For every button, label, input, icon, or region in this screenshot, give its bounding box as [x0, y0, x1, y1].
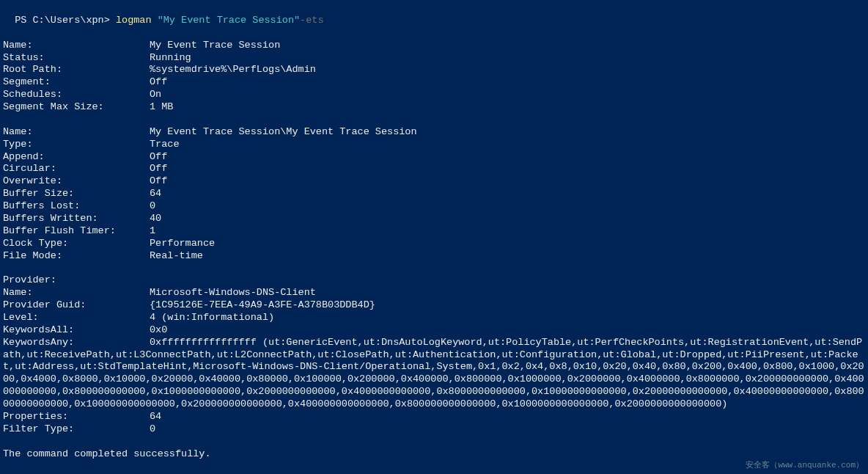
field-label: Name:: [3, 287, 150, 299]
blank-line: [3, 27, 865, 40]
field-label: Level:: [3, 312, 150, 324]
field-value: Microsoft-Windows-DNS-Client: [150, 287, 316, 299]
field-value: 40: [150, 213, 161, 225]
cmd-arg-quoted: "My Event Trace Session": [158, 15, 300, 26]
field-value: 0: [150, 423, 155, 436]
provider-header: Provider:: [3, 274, 865, 287]
field-value: 64: [150, 411, 161, 423]
trace-row: Type:Trace: [3, 139, 865, 151]
cmd-name: logman: [116, 15, 158, 26]
blank-line: [3, 262, 865, 274]
field-value: %systemdrive%\PerfLogs\Admin: [150, 64, 316, 76]
ps-prompt-prefix: PS C:\Users\xpn>: [15, 15, 116, 26]
provider-row: Name:Microsoft-Windows-DNS-Client: [3, 287, 865, 299]
session-row: Status:Running: [3, 52, 865, 65]
field-value: 64: [150, 188, 161, 200]
cmd-arg-rest: -ets: [300, 15, 323, 26]
field-label: File Mode:: [3, 250, 150, 263]
provider-row: Provider Guid:{1C95126E-7EEA-49A9-A3FE-A…: [3, 299, 865, 312]
field-label: Properties:: [3, 411, 150, 423]
trace-row: Append:Off: [3, 151, 865, 164]
field-value: Real-time: [150, 250, 203, 263]
trace-row: Buffer Flush Timer:1: [3, 225, 865, 238]
session-row: Segment:Off: [3, 76, 865, 89]
trace-row: Buffers Lost:0: [3, 200, 865, 213]
field-value: Off: [150, 76, 167, 89]
field-value: 0: [150, 200, 155, 213]
session-row: Name:My Event Trace Session: [3, 40, 865, 52]
field-label: Root Path:: [3, 64, 150, 76]
completion-message: The command completed successfully.: [3, 448, 865, 461]
trace-block: Name:My Event Trace Session\My Event Tra…: [3, 126, 865, 263]
field-value: 1: [150, 225, 155, 238]
trace-row: Clock Type:Performance: [3, 238, 865, 250]
session-row: Schedules:On: [3, 89, 865, 101]
trace-row: File Mode:Real-time: [3, 250, 865, 263]
session-row: Segment Max Size:1 MB: [3, 101, 865, 114]
field-label: Append:: [3, 151, 150, 164]
provider-row: Properties:64: [3, 411, 865, 423]
provider-row: KeywordsAll:0x0: [3, 324, 865, 337]
field-label: Overwrite:: [3, 175, 150, 188]
field-value: My Event Trace Session\My Event Trace Se…: [150, 126, 417, 139]
session-block: Name:My Event Trace SessionStatus:Runnin…: [3, 40, 865, 114]
trace-row: Buffer Size:64: [3, 188, 865, 200]
field-label: Segment:: [3, 76, 150, 89]
field-label: Clock Type:: [3, 238, 150, 250]
field-label: Segment Max Size:: [3, 101, 150, 114]
field-label: Provider Guid:: [3, 299, 150, 312]
field-value: 0x0: [150, 324, 167, 337]
field-value: {1C95126E-7EEA-49A9-A3FE-A378B03DDB4D}: [150, 299, 375, 312]
field-value: Performance: [150, 238, 215, 250]
provider-row: Filter Type:0: [3, 423, 865, 436]
blank-line: [3, 114, 865, 126]
trace-row: Name:My Event Trace Session\My Event Tra…: [3, 126, 865, 139]
field-value: 1 MB: [150, 101, 173, 114]
field-label: Name:: [3, 126, 150, 139]
field-label: Status:: [3, 52, 150, 65]
field-value: Running: [150, 52, 191, 65]
keywords-any-row: KeywordsAny:0xffffffffffffffff (ut:Gener…: [3, 337, 865, 411]
trace-row: Circular:Off: [3, 163, 865, 175]
provider-fixed-block: Name:Microsoft-Windows-DNS-ClientProvide…: [3, 287, 865, 337]
field-value: My Event Trace Session: [150, 40, 280, 52]
field-value: Off: [150, 163, 167, 175]
blank-line: [3, 436, 865, 448]
trace-row: Overwrite:Off: [3, 175, 865, 188]
field-label: KeywordsAll:: [3, 324, 150, 337]
field-label: Buffer Size:: [3, 188, 150, 200]
field-label: Filter Type:: [3, 423, 150, 436]
field-value: Off: [150, 175, 167, 188]
field-label: Buffers Written:: [3, 213, 150, 225]
watermark-text: 安全客（www.anquanke.com）: [746, 461, 864, 471]
session-row: Root Path:%systemdrive%\PerfLogs\Admin: [3, 64, 865, 76]
provider-tail-block: Properties:64Filter Type:0: [3, 411, 865, 436]
field-label: Circular:: [3, 163, 150, 175]
field-label: Schedules:: [3, 89, 150, 101]
field-value: 4 (win:Informational): [150, 312, 274, 324]
field-value: Off: [150, 151, 167, 164]
trace-row: Buffers Written:40: [3, 213, 865, 225]
field-label: Buffers Lost:: [3, 200, 150, 213]
prompt-line-1[interactable]: PS C:\Users\xpn> logman "My Event Trace …: [3, 2, 865, 27]
prompt-line-2[interactable]: PS C:\Users\xpn>: [3, 460, 865, 474]
field-label: Buffer Flush Timer:: [3, 225, 150, 238]
field-value: On: [150, 89, 161, 101]
keywords-any-label: KeywordsAny:: [3, 337, 150, 349]
field-label: Name:: [3, 40, 150, 52]
field-value: Trace: [150, 139, 180, 151]
field-label: Type:: [3, 139, 150, 151]
provider-row: Level:4 (win:Informational): [3, 312, 865, 324]
